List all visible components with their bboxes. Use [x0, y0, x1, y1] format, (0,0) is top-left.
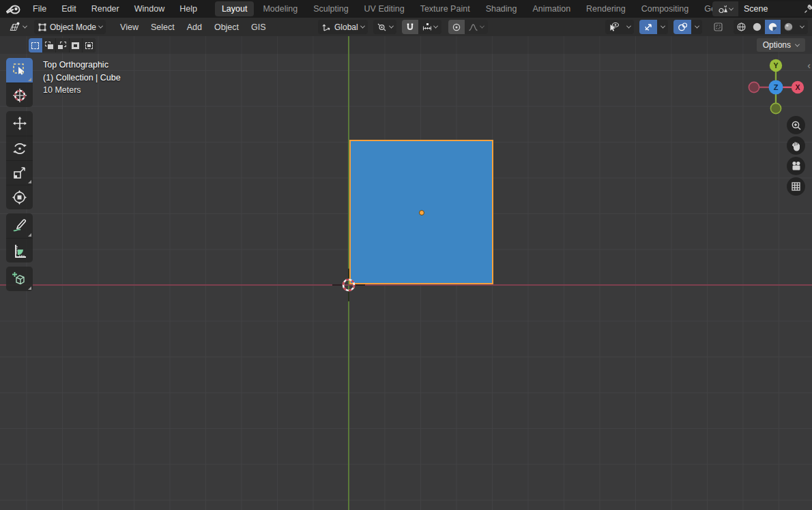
tab-modeling[interactable]: Modeling: [256, 1, 304, 16]
object-origin-dot: [419, 210, 424, 215]
active-object-text: (1) Collection | Cube: [43, 72, 121, 85]
tool-measure[interactable]: [6, 238, 33, 262]
xray-toggle[interactable]: [709, 20, 727, 34]
svg-text:Y: Y: [773, 61, 778, 70]
viewport-info-text: Top Orthographic (1) Collection | Cube 1…: [43, 59, 121, 97]
blender-logo-icon[interactable]: [6, 3, 21, 14]
gizmo-axis-neg-x[interactable]: [749, 82, 759, 92]
chevron-down-icon: [729, 5, 734, 10]
proportional-falloff-dropdown[interactable]: [465, 20, 488, 34]
shading-material-preview-button[interactable]: [765, 20, 781, 34]
chevron-down-icon: [389, 24, 394, 29]
camera-view-button[interactable]: [787, 157, 805, 175]
select-mode-invert[interactable]: [69, 38, 83, 52]
menu-add[interactable]: Add: [181, 20, 208, 34]
select-mode-subtract[interactable]: [55, 38, 69, 52]
tool-scale[interactable]: [6, 160, 33, 185]
shading-rendered-button[interactable]: [781, 20, 796, 34]
gizmo-axis-y[interactable]: Y: [770, 59, 782, 72]
sidebar-toggle-chevron[interactable]: ‹: [807, 61, 811, 70]
tab-compositing[interactable]: Compositing: [635, 1, 695, 16]
tool-annotate[interactable]: [6, 213, 33, 238]
gizmo-axis-neg-y[interactable]: [770, 103, 781, 113]
proportional-editing-toggle[interactable]: [448, 20, 465, 34]
tool-rotate[interactable]: [6, 136, 33, 160]
editor-type-button[interactable]: [5, 20, 30, 34]
tab-texture-paint[interactable]: Texture Paint: [414, 1, 477, 16]
scale-icon: [12, 165, 28, 181]
snap-increment-icon: [422, 22, 432, 32]
grid-scale-text: 10 Meters: [43, 84, 121, 97]
tool-transform[interactable]: [6, 185, 33, 209]
tab-sculpting[interactable]: Sculpting: [306, 1, 355, 16]
orientation-axes-icon: [321, 22, 332, 32]
transform-orientation-dropdown[interactable]: Global: [318, 20, 368, 34]
mode-label: Object Mode: [50, 22, 96, 32]
transform-icon: [11, 189, 28, 206]
shading-wireframe-button[interactable]: [734, 20, 749, 34]
menu-view[interactable]: View: [114, 20, 145, 34]
magnet-icon: [405, 22, 415, 32]
rotate-icon: [12, 140, 28, 157]
mode-dropdown[interactable]: Object Mode: [34, 20, 106, 34]
zoom-button[interactable]: [787, 116, 805, 134]
scene-browse-button[interactable]: [712, 1, 738, 16]
menu-file[interactable]: File: [25, 0, 54, 18]
menu-help[interactable]: Help: [172, 0, 205, 18]
menu-select[interactable]: Select: [145, 20, 181, 34]
toolbar: [6, 58, 33, 291]
menu-object[interactable]: Object: [208, 20, 245, 34]
viewport-header: Object Mode View Select Add Object GIS G…: [0, 18, 812, 36]
subtool-notch: [28, 286, 31, 290]
tool-settings-bar: [0, 36, 812, 54]
pin-icon[interactable]: [803, 3, 812, 14]
shading-solid-button[interactable]: [749, 20, 765, 34]
select-mode-intersect[interactable]: [82, 38, 96, 52]
shading-dropdown[interactable]: [796, 20, 808, 34]
pivot-point-dropdown[interactable]: [373, 20, 396, 34]
visibility-pointer-eye-icon: [609, 22, 620, 32]
viewport-3d[interactable]: Top Orthographic (1) Collection | Cube 1…: [0, 36, 812, 510]
tab-rendering[interactable]: Rendering: [579, 1, 633, 16]
chevron-down-icon: [23, 24, 27, 29]
shading-wireframe-icon: [736, 22, 746, 32]
gizmo-axis-x[interactable]: X: [792, 81, 804, 93]
gizmo-dropdown[interactable]: [657, 20, 668, 34]
options-dropdown[interactable]: Options: [757, 38, 805, 52]
scene-selector: Scene: [712, 1, 812, 16]
tab-layout[interactable]: Layout: [215, 1, 255, 16]
chevron-down-icon: [433, 24, 438, 29]
menu-gis[interactable]: GIS: [245, 20, 272, 34]
chevron-down-icon: [660, 24, 665, 29]
xray-icon: [713, 22, 723, 32]
tool-cursor[interactable]: [6, 82, 33, 107]
tab-shading[interactable]: Shading: [479, 1, 524, 16]
scene-name-field[interactable]: Scene: [738, 1, 812, 16]
show-gizmo-toggle[interactable]: [639, 20, 657, 34]
show-overlays-toggle[interactable]: [673, 20, 691, 34]
tool-move[interactable]: [6, 111, 33, 136]
view-name-text: Top Orthographic: [43, 59, 121, 72]
pan-hand-icon: [791, 140, 801, 151]
select-mode-set[interactable]: [29, 38, 42, 52]
navigation-gizmo[interactable]: Y X Z: [747, 59, 804, 116]
overlays-icon: [678, 22, 688, 32]
zoom-icon: [791, 120, 802, 131]
snap-settings-dropdown[interactable]: [418, 20, 441, 34]
measure-icon: [12, 243, 28, 259]
gizmo-axis-z[interactable]: Z: [769, 80, 783, 95]
object-types-dropdown[interactable]: [623, 20, 634, 34]
toggle-grid-button[interactable]: [787, 177, 805, 196]
show-object-types-button[interactable]: [605, 20, 623, 34]
tab-animation[interactable]: Animation: [526, 1, 578, 16]
snap-toggle-button[interactable]: [402, 20, 418, 34]
menu-window[interactable]: Window: [127, 0, 172, 18]
tool-add-cube[interactable]: [6, 267, 33, 291]
pan-button[interactable]: [787, 136, 805, 155]
menu-edit[interactable]: Edit: [54, 0, 84, 18]
tab-uv-editing[interactable]: UV Editing: [358, 1, 411, 16]
tool-select-box[interactable]: [6, 58, 33, 82]
menu-render[interactable]: Render: [84, 0, 127, 18]
overlays-dropdown[interactable]: [691, 20, 702, 34]
select-mode-extend[interactable]: [42, 38, 56, 52]
